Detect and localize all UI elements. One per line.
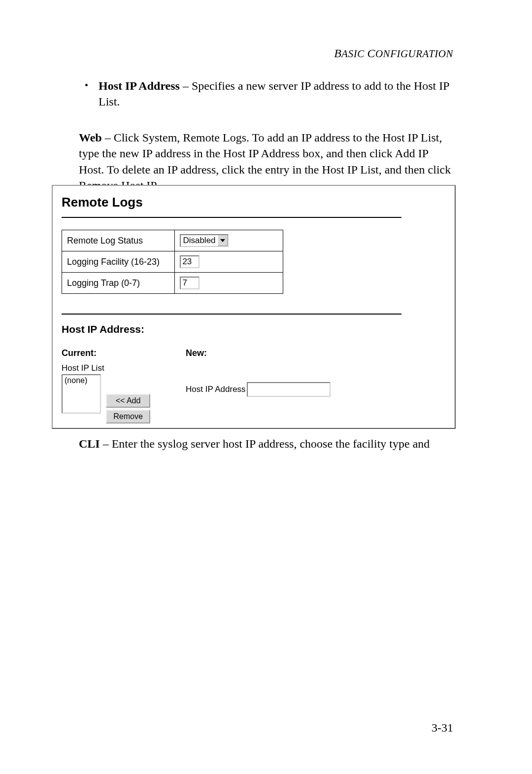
- cli-paragraph: CLI – Enter the syslog server host IP ad…: [79, 436, 453, 452]
- host-ip-section: Host IP Address: Current: Host IP List (…: [62, 314, 455, 423]
- row-logging-facility: Logging Facility (16-23) 23: [62, 251, 283, 273]
- cli-prefix: CLI: [79, 437, 100, 450]
- web-prefix: Web: [79, 131, 102, 144]
- web-paragraph: Web – Click System, Remote Logs. To add …: [79, 130, 453, 194]
- config-table: Remote Log Status Disabled Logging Facil…: [62, 230, 283, 294]
- host-ip-list-label: Host IP List: [62, 363, 160, 373]
- input-host-ip-address[interactable]: [247, 382, 331, 397]
- label-logging-trap: Logging Trap (0-7): [62, 273, 175, 294]
- new-field-label: Host IP Address: [186, 385, 246, 394]
- label-remote-log-status: Remote Log Status: [62, 230, 175, 251]
- row-logging-trap: Logging Trap (0-7) 7: [62, 273, 283, 294]
- page-header: BASIC CONFIGURATION: [334, 47, 453, 60]
- dropdown-remote-log-status[interactable]: Disabled: [180, 234, 228, 247]
- listbox-item-none: (none): [65, 376, 87, 385]
- column-new: New: Host IP Address: [186, 348, 343, 397]
- host-divider: [62, 314, 401, 315]
- remove-button[interactable]: Remove: [106, 410, 150, 423]
- panel-title: Remote Logs: [62, 195, 455, 210]
- input-logging-trap[interactable]: 7: [180, 277, 200, 289]
- remote-logs-panel: Remote Logs Remote Log Status Disabled L…: [52, 185, 456, 429]
- web-text: – Click System, Remote Logs. To add an I…: [79, 131, 451, 192]
- header-text-2: ONFIGURATION: [375, 48, 453, 60]
- cli-text: – Enter the syslog server host IP addres…: [100, 437, 430, 450]
- dropdown-value: Disabled: [181, 236, 217, 246]
- bullet-host-ip-address: Host IP Address – Specifies a new server…: [99, 78, 453, 110]
- host-ip-listbox[interactable]: (none): [62, 374, 101, 414]
- input-logging-facility[interactable]: 23: [180, 255, 200, 268]
- new-label: New:: [186, 348, 343, 358]
- bullet-term: Host IP Address: [99, 79, 180, 92]
- host-section-title: Host IP Address:: [62, 323, 455, 335]
- add-button[interactable]: << Add: [106, 394, 150, 408]
- panel-divider: [62, 217, 401, 218]
- header-text-1: ASIC: [341, 48, 364, 60]
- page-number: 3-31: [432, 721, 453, 735]
- label-logging-facility: Logging Facility (16-23): [62, 251, 175, 273]
- chevron-down-icon[interactable]: [218, 235, 228, 246]
- current-label: Current:: [62, 348, 160, 358]
- row-remote-log-status: Remote Log Status Disabled: [62, 230, 283, 251]
- column-current: Current: Host IP List (none) << Add Remo…: [62, 348, 160, 423]
